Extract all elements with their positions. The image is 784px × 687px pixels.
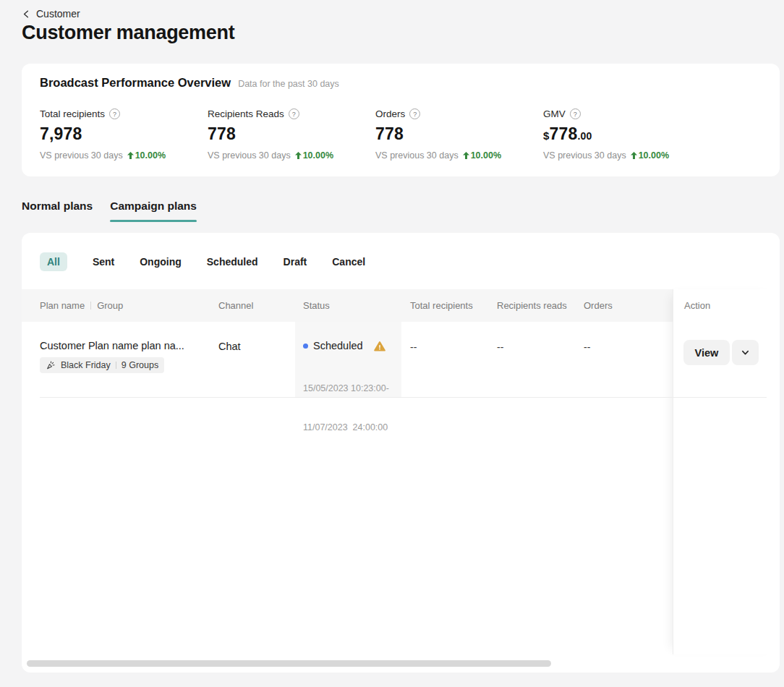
status-dot	[303, 344, 308, 349]
help-icon[interactable]: ?	[409, 108, 420, 119]
metric-total-recipients: Total recipients ? 7,978 VS previous 30 …	[40, 108, 208, 161]
column-plan-name-group: Plan name Group	[40, 300, 218, 311]
row-divider	[40, 397, 767, 398]
status-filters: All Sent Ongoing Scheduled Draft Cancel	[40, 252, 365, 271]
broadcast-performance-card: Broadcast Performance Overview Data for …	[22, 64, 780, 176]
column-group: Group	[97, 300, 123, 311]
schedule-end: 11/07/2023 24:00:00	[303, 421, 401, 434]
campaign-tag: Black Friday 9 Groups	[40, 357, 164, 373]
back-icon[interactable]	[22, 9, 31, 19]
card-subtitle: Data for the past 30 days	[238, 79, 339, 89]
tab-label: Campaign plans	[110, 200, 197, 212]
column-total-recipients: Total recipients	[401, 300, 488, 311]
value-decimals: .00	[578, 130, 592, 142]
help-icon[interactable]: ?	[109, 108, 120, 119]
delta-value: 10.00%	[303, 150, 333, 161]
help-icon[interactable]: ?	[289, 108, 299, 119]
breadcrumb[interactable]: Customer	[22, 8, 80, 20]
column-action: Action	[673, 289, 780, 311]
arrow-up-icon	[463, 152, 469, 159]
metric-value: 7,978	[40, 124, 208, 144]
party-popper-icon	[46, 360, 56, 370]
help-icon[interactable]: ?	[570, 108, 581, 119]
arrow-up-icon	[295, 152, 302, 159]
view-button[interactable]: View	[683, 340, 730, 365]
column-channel: Channel	[218, 300, 295, 311]
recipients-reads-cell: --	[488, 322, 575, 397]
metric-label: GMV	[543, 108, 566, 119]
channel-cell: Chat	[218, 322, 295, 397]
tag-label: Black Friday	[61, 360, 111, 370]
customer-management-page: Customer Customer management Broadcast P…	[0, 0, 784, 687]
tab-normal-plans[interactable]: Normal plans	[22, 200, 93, 222]
action-buttons: View	[683, 340, 759, 365]
table-header: Plan name Group Channel Status Total rec…	[22, 289, 673, 322]
arrow-up-icon	[631, 152, 637, 159]
plan-cell: Customer Plan name plan na... Black Frid…	[40, 322, 218, 397]
warning-icon[interactable]	[374, 341, 385, 351]
column-recipients-reads: Recipients reads	[488, 300, 575, 311]
orders-cell: --	[575, 322, 673, 397]
arrow-up-icon	[127, 152, 134, 159]
column-status: Status	[295, 300, 401, 311]
campaign-plans-card: All Sent Ongoing Scheduled Draft Cancel …	[22, 233, 780, 673]
metric-value: 778	[375, 124, 543, 144]
compare-label: VS previous 30 days	[543, 150, 626, 161]
compare-label: VS previous 30 days	[40, 150, 123, 161]
breadcrumb-label[interactable]: Customer	[36, 8, 80, 20]
schedule-start: 15/05/2023 10:23:00-	[303, 382, 401, 395]
status-cell: Scheduled 15/05/2023 10:23:00- 11/07/202…	[295, 322, 401, 397]
active-tab-indicator	[110, 220, 197, 222]
plan-tabs: Normal plans Campaign plans	[22, 200, 197, 222]
column-orders: Orders	[575, 300, 673, 311]
filter-ongoing[interactable]: Ongoing	[140, 256, 182, 268]
card-title: Broadcast Performance Overview	[40, 76, 231, 90]
total-recipients-cell: --	[401, 322, 488, 397]
more-actions-button[interactable]	[732, 340, 759, 365]
tag-groups: 9 Groups	[122, 360, 158, 370]
filter-cancel[interactable]: Cancel	[332, 256, 365, 268]
plan-name: Customer Plan name plan na...	[40, 340, 218, 351]
page-title: Customer management	[22, 22, 234, 44]
tab-campaign-plans[interactable]: Campaign plans	[110, 200, 197, 222]
filter-draft[interactable]: Draft	[284, 256, 307, 268]
metric-label: Orders	[375, 108, 405, 119]
action-column: Action View	[673, 289, 780, 654]
metric-gmv: GMV ? $778.00 VS previous 30 days 10.00%	[543, 108, 711, 161]
filter-scheduled[interactable]: Scheduled	[207, 256, 258, 268]
status-label: Scheduled	[313, 340, 363, 351]
compare-label: VS previous 30 days	[208, 150, 291, 161]
delta-value: 10.00%	[639, 150, 669, 161]
delta-value: 10.00%	[471, 150, 501, 161]
compare-label: VS previous 30 days	[375, 150, 459, 161]
metric-value: $778.00	[543, 124, 711, 144]
metric-value: 778	[208, 124, 375, 144]
horizontal-scrollbar-thumb[interactable]	[27, 660, 551, 667]
filter-all[interactable]: All	[40, 252, 67, 271]
metric-recipients-reads: Recipients Reads ? 778 VS previous 30 da…	[208, 108, 375, 161]
schedule-dates: 15/05/2023 10:23:00- 11/07/2023 24:00:00	[303, 356, 401, 460]
metric-label: Total recipients	[40, 108, 105, 119]
chevron-down-icon	[741, 348, 750, 357]
delta-value: 10.00%	[135, 150, 166, 161]
currency-symbol: $	[543, 129, 550, 142]
metrics-row: Total recipients ? 7,978 VS previous 30 …	[40, 108, 711, 161]
value-integer: 778	[550, 124, 578, 143]
column-divider	[90, 302, 91, 310]
filter-sent[interactable]: Sent	[93, 256, 114, 268]
table-row: Customer Plan name plan na... Black Frid…	[22, 322, 673, 397]
tag-divider	[116, 362, 116, 369]
metric-label: Recipients Reads	[208, 108, 284, 119]
column-plan-name: Plan name	[40, 300, 85, 311]
metric-orders: Orders ? 778 VS previous 30 days 10.00%	[375, 108, 543, 161]
